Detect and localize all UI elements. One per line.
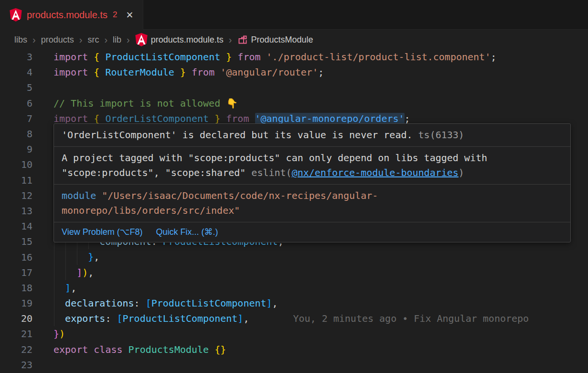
indent-guide: [54, 296, 54, 311]
hover-line: monorepo/libs/orders/src/index": [62, 203, 563, 218]
indent-guide: [54, 280, 54, 296]
code-token: export: [53, 344, 88, 355]
angular-icon: [135, 33, 148, 46]
breadcrumb-item-products[interactable]: products: [41, 35, 74, 45]
hover-line: "scope:products", "scope:shared" eslint(…: [62, 165, 563, 180]
code-token: ,: [94, 251, 99, 263]
code-token: OrderListComponent: [105, 113, 209, 124]
code-token: [186, 66, 192, 78]
line-number: 18: [0, 282, 32, 294]
line-number: 23: [0, 359, 32, 371]
code-token: [53, 313, 65, 324]
hover-text: 'OrderListComponent' is declared but its…: [62, 129, 413, 141]
code-token: [88, 66, 94, 78]
code-token: class: [94, 344, 122, 355]
code-token: // This import is not allowed 👇: [53, 98, 238, 109]
line-number: 13: [0, 205, 32, 217]
line-content: declarations: [ProductListComponent],: [53, 296, 588, 311]
line-number: 4: [0, 66, 32, 78]
line-number: 21: [0, 328, 32, 340]
code-line-22[interactable]: 22export class ProductsModule {}: [0, 342, 588, 357]
code-line-20[interactable]: 20 exports: [ProductListComponent],You, …: [0, 311, 588, 326]
code-token: {}: [214, 344, 226, 355]
breadcrumb-item-libs[interactable]: libs: [14, 35, 27, 45]
code-token: from: [226, 113, 249, 124]
line-content: },: [53, 249, 588, 264]
code-line-19[interactable]: 19 declarations: [ProductListComponent],: [0, 296, 588, 311]
chevron-right-icon: ›: [32, 35, 36, 44]
code-token: }: [53, 328, 59, 340]
line-content: [53, 80, 588, 95]
code-token: [88, 113, 94, 124]
code-token: ;: [491, 51, 496, 63]
code-token: ProductListComponent: [123, 313, 238, 324]
code-line-6[interactable]: 6// This import is not allowed 👇: [0, 96, 588, 111]
hover-action-view[interactable]: View Problem (⌥F8): [62, 227, 142, 237]
indent-guide: [77, 249, 77, 264]
line-number: 3: [0, 51, 32, 63]
line-number: 5: [0, 82, 32, 93]
chevron-right-icon: ›: [229, 35, 232, 44]
tab-products-module[interactable]: products.module.ts 2 ✕: [0, 0, 143, 30]
class-icon: [237, 34, 248, 45]
code-token: '@angular-monorepo/orders': [255, 113, 405, 125]
breadcrumb: libs›products›src›lib›products.module.ts…: [0, 30, 588, 49]
line-number: 20: [0, 313, 32, 324]
hover-text: ): [459, 167, 464, 178]
code-line-3[interactable]: 3import { ProductListComponent } from '.…: [0, 49, 588, 65]
breadcrumb-item-products-module-ts[interactable]: products.module.ts: [135, 33, 224, 46]
code-token: {: [94, 113, 99, 124]
code-token: from: [192, 66, 214, 78]
line-content: export class ProductsModule {}: [53, 342, 588, 357]
code-token: {: [94, 51, 99, 63]
code-token: [53, 282, 65, 294]
close-icon[interactable]: ✕: [126, 10, 133, 21]
hover-section: A project tagged with "scope:products" c…: [54, 147, 570, 184]
code-token: ]: [267, 297, 272, 309]
code-token: ,: [71, 282, 76, 294]
breadcrumb-item-src[interactable]: src: [87, 35, 99, 45]
code-token: '@angular/router': [220, 66, 318, 78]
hover-text: eslint(: [251, 167, 291, 178]
breadcrumb-label: products.module.ts: [151, 35, 224, 45]
line-number: 11: [0, 175, 32, 186]
hover-line: A project tagged with "scope:products" c…: [62, 151, 563, 165]
code-line-21[interactable]: 21}): [0, 326, 588, 341]
indent-guide: [54, 311, 54, 326]
tab-title: products.module.ts: [27, 10, 107, 21]
code-token: [99, 113, 105, 124]
hover-text: monorepo/libs/orders/src/index": [62, 205, 240, 216]
code-token: import: [53, 51, 88, 63]
eslint-rule-link[interactable]: @nx/enforce-module-boundaries: [292, 167, 459, 178]
breadcrumb-item-lib[interactable]: lib: [113, 35, 121, 45]
vscode-window: products.module.ts 2 ✕ libs›products›src…: [0, 0, 588, 373]
hover-section: module "/Users/isaac/Documents/code/nx-r…: [54, 185, 570, 222]
line-number: 15: [0, 236, 32, 247]
code-line-5[interactable]: 5: [0, 80, 588, 95]
code-token: ]: [65, 282, 71, 294]
code-token: [249, 113, 255, 124]
line-number: 12: [0, 190, 32, 201]
code-token: [123, 344, 128, 355]
indent-guide: [65, 265, 66, 280]
code-line-18[interactable]: 18 ],: [0, 280, 588, 296]
code-token: :: [105, 313, 117, 324]
code-token: [: [146, 297, 151, 309]
hover-action-quick[interactable]: Quick Fix... (⌘.): [156, 227, 218, 237]
chevron-right-icon: ›: [104, 35, 107, 44]
code-line-23[interactable]: 23: [0, 357, 588, 373]
line-content: }): [53, 326, 588, 341]
tab-bar: products.module.ts 2 ✕: [0, 0, 588, 30]
code-token: }: [180, 66, 186, 78]
angular-icon: [10, 8, 22, 22]
line-number: 7: [0, 113, 32, 124]
indent-guide: [65, 249, 66, 264]
code-line-17[interactable]: 17 ]),: [0, 265, 588, 280]
code-token: [232, 51, 237, 63]
code-token: ;: [405, 113, 410, 124]
code-line-16[interactable]: 16 },: [0, 249, 588, 264]
line-number: 22: [0, 344, 32, 355]
code-line-4[interactable]: 4import { RouterModule } from '@angular/…: [0, 65, 588, 80]
breadcrumb-item-productsmodule[interactable]: ProductsModule: [237, 34, 313, 45]
breadcrumb-label: ProductsModule: [251, 35, 313, 45]
